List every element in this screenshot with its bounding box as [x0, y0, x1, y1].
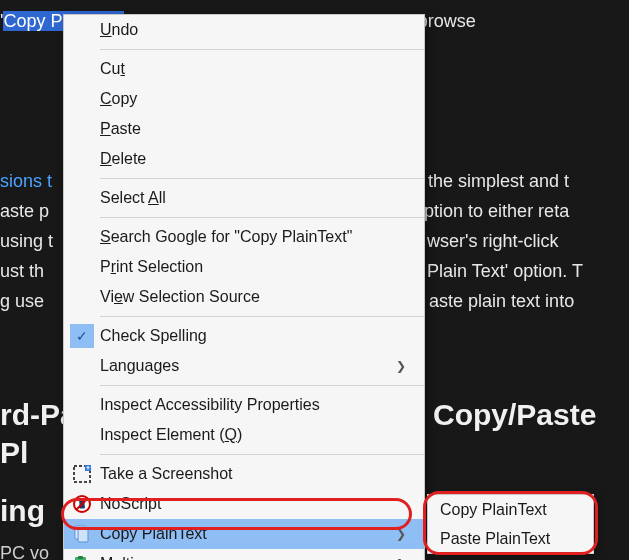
svg-rect-7 [78, 556, 83, 559]
menu-item-cut[interactable]: Cut [64, 54, 424, 84]
menu-item-search-google[interactable]: Search Google for "Copy PlainText" [64, 222, 424, 252]
noscript-icon [72, 494, 92, 514]
menu-separator [100, 178, 424, 179]
menu-item-take-screenshot[interactable]: Take a Screenshot [64, 459, 424, 489]
article-link-extensions[interactable]: sions t [0, 171, 52, 191]
menu-item-noscript[interactable]: NoScript [64, 489, 424, 519]
menu-item-check-spelling[interactable]: ✓ Check Spelling [64, 321, 424, 351]
menu-item-multicopy[interactable]: Multicopy ❯ [64, 549, 424, 560]
menu-item-inspect-element[interactable]: Inspect Element (Q) [64, 420, 424, 450]
menu-separator [100, 217, 424, 218]
copy-plaintext-icon [72, 524, 92, 544]
menu-item-view-selection-source[interactable]: View Selection Source [64, 282, 424, 312]
menu-item-inspect-accessibility[interactable]: Inspect Accessibility Properties [64, 390, 424, 420]
menu-separator [100, 49, 424, 50]
menu-separator [100, 385, 424, 386]
menu-item-print-selection[interactable]: Print Selection [64, 252, 424, 282]
menu-item-copy-plaintext[interactable]: Copy PlainText ❯ [64, 519, 424, 549]
multicopy-icon [72, 554, 92, 560]
svg-rect-5 [78, 529, 88, 542]
menu-separator [100, 454, 424, 455]
menu-item-undo[interactable]: Undo [64, 15, 424, 45]
chevron-right-icon: ❯ [396, 359, 410, 373]
menu-item-select-all[interactable]: Select All [64, 183, 424, 213]
menu-item-delete[interactable]: Delete [64, 144, 424, 174]
menu-separator [100, 316, 424, 317]
context-menu: Undo Cut Copy Paste Delete Select All Se… [63, 14, 425, 560]
screenshot-icon [72, 464, 92, 484]
chevron-right-icon: ❯ [396, 527, 410, 541]
menu-item-copy[interactable]: Copy [64, 84, 424, 114]
submenu-item-paste-plaintext[interactable]: Paste PlainText [428, 524, 593, 553]
menu-item-paste[interactable]: Paste [64, 114, 424, 144]
menu-item-languages[interactable]: Languages ❯ [64, 351, 424, 381]
checkmark-icon: ✓ [70, 324, 94, 348]
copy-plaintext-submenu: Copy PlainText Paste PlainText [427, 494, 594, 554]
submenu-item-copy-plaintext[interactable]: Copy PlainText [428, 495, 593, 524]
